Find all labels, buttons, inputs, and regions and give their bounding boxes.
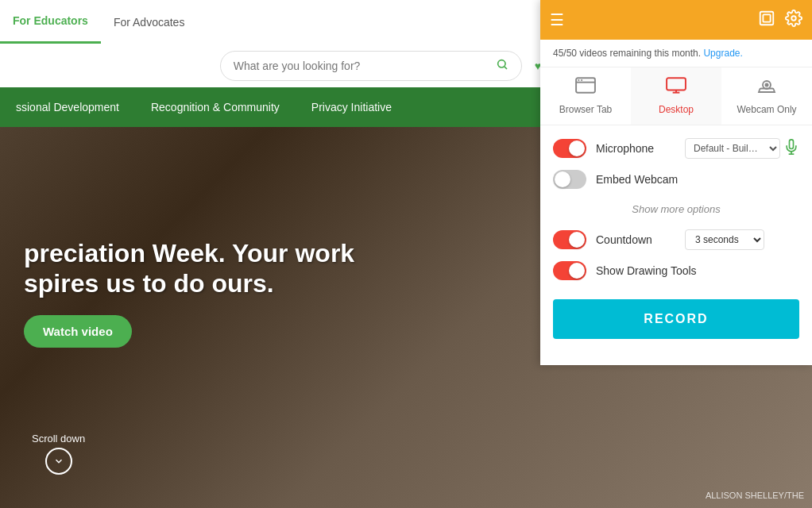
desktop-tab-label: Desktop <box>659 104 694 115</box>
green-nav-item-privacy[interactable]: Privacy Initiative <box>296 87 408 127</box>
svg-rect-2 <box>760 11 774 25</box>
mode-tab-desktop[interactable]: Desktop <box>631 67 721 125</box>
record-button[interactable]: RECORD <box>553 299 799 339</box>
mode-tab-webcam[interactable]: Webcam Only <box>721 67 812 125</box>
gear-icon[interactable] <box>785 10 802 31</box>
videos-remaining-bar: 45/50 videos remaining this month. Upgra… <box>540 40 812 67</box>
recorder-panel: ☰ 45/50 videos remaining this month. Upg… <box>540 0 812 365</box>
hamburger-icon[interactable]: ☰ <box>550 10 564 29</box>
embed-webcam-row: Embed Webcam <box>553 170 799 189</box>
green-nav-item-recognition[interactable]: Recognition & Community <box>135 87 296 127</box>
videos-remaining-text: 45/50 videos remaining this month. <box>553 48 701 59</box>
svg-rect-9 <box>667 78 686 90</box>
drawing-tools-toggle[interactable] <box>553 261 586 280</box>
scroll-circle[interactable] <box>45 448 72 475</box>
microphone-row: Microphone Default - Buil… <box>553 138 799 159</box>
watch-video-button[interactable]: Watch video <box>24 315 132 348</box>
browser-tab-icon <box>575 77 596 99</box>
tab-for-advocates[interactable]: For Advocates <box>101 0 198 44</box>
svg-line-1 <box>505 67 507 69</box>
countdown-select[interactable]: 3 seconds 5 seconds 10 seconds <box>685 229 764 250</box>
show-more-options[interactable]: Show more options <box>553 200 799 218</box>
search-box-container <box>220 51 522 81</box>
hero-content: preciation Week. Your work spires us to … <box>24 238 354 348</box>
layers-icon[interactable] <box>758 10 775 31</box>
mode-tab-browser[interactable]: Browser Tab <box>540 67 631 125</box>
header-icons <box>758 10 802 31</box>
green-nav-item-prof-dev[interactable]: ssional Development <box>0 87 135 127</box>
svg-point-0 <box>497 60 505 67</box>
microphone-toggle[interactable] <box>553 139 586 158</box>
search-input[interactable] <box>234 60 489 72</box>
microphone-label: Microphone <box>596 142 675 155</box>
svg-point-13 <box>765 83 769 87</box>
countdown-label: Countdown <box>596 233 675 246</box>
mode-tabs: Browser Tab Desktop Webcam Only <box>540 67 812 125</box>
embed-webcam-toggle[interactable] <box>553 170 586 189</box>
scroll-down-label: Scroll down <box>32 433 85 444</box>
drawing-tools-row: Show Drawing Tools <box>553 261 799 280</box>
drawing-tools-label: Show Drawing Tools <box>596 264 697 277</box>
recorder-header: ☰ <box>540 0 812 40</box>
mic-volume-icon <box>783 139 799 159</box>
microphone-select[interactable]: Default - Buil… <box>685 138 780 159</box>
webcam-tab-label: Webcam Only <box>737 104 796 115</box>
embed-webcam-label: Embed Webcam <box>596 173 678 186</box>
webcam-tab-icon <box>756 77 777 99</box>
svg-point-8 <box>581 79 582 81</box>
controls-area: Microphone Default - Buil… Embed Webc <box>540 125 812 293</box>
hero-title-line1: preciation Week. Your work <box>24 238 354 268</box>
countdown-toggle[interactable] <box>553 230 586 249</box>
svg-point-4 <box>791 16 796 21</box>
search-icon[interactable] <box>496 58 508 74</box>
microphone-dropdown-area: Default - Buil… <box>685 138 799 159</box>
svg-rect-3 <box>763 14 770 21</box>
photo-credit: ALLISON SHELLEY/THE <box>706 491 804 500</box>
countdown-row: Countdown 3 seconds 5 seconds 10 seconds <box>553 229 799 250</box>
hero-title: preciation Week. Your work spires us to … <box>24 238 354 299</box>
svg-point-7 <box>578 79 579 81</box>
scroll-down[interactable]: Scroll down <box>32 433 85 475</box>
desktop-tab-icon <box>666 77 686 99</box>
upgrade-link[interactable]: Upgrade. <box>703 48 742 59</box>
hero-title-line2: spires us to do ours. <box>24 268 354 298</box>
tab-for-educators[interactable]: For Educators <box>0 0 101 44</box>
browser-tab-label: Browser Tab <box>559 104 612 115</box>
